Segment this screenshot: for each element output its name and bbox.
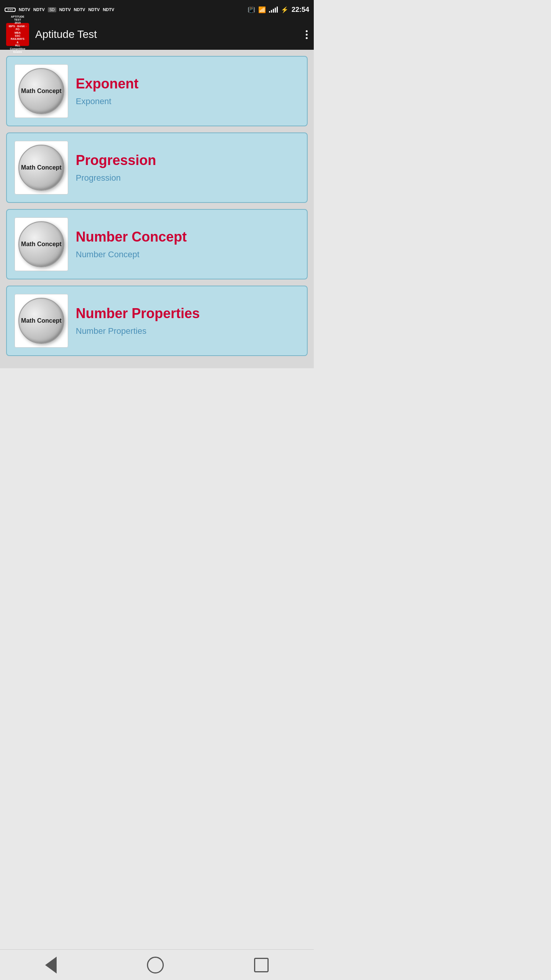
math-concept-label-3: Math Concept [21, 240, 62, 248]
menu-icon [5, 8, 16, 12]
status-bar-right: 📳 📶 ⚡ 22:54 [248, 6, 309, 14]
signal-icon [269, 7, 278, 13]
math-concept-label-4: Math Concept [21, 317, 62, 325]
app-logo-text: APTITUDE TEST2015IBPS · BANK · POMBASSCR… [8, 15, 28, 54]
number-properties-card[interactable]: Math Concept Number Properties Number Pr… [6, 286, 308, 356]
math-concept-circle-4: Math Concept [18, 298, 64, 344]
math-concept-circle-2: Math Concept [18, 145, 64, 191]
exponent-card-content: Exponent Exponent [76, 76, 299, 106]
exponent-card-icon: Math Concept [15, 64, 68, 118]
app-title: Aptitude Test [35, 28, 97, 41]
number-concept-card-content: Number Concept Number Concept [76, 229, 299, 260]
number-concept-card-subtitle: Number Concept [76, 250, 299, 260]
progression-card-content: Progression Progression [76, 152, 299, 183]
status-bar: NDTV NDTV SD NDTV NDTV NDTV NDTV 📳 📶 ⚡ 2… [0, 0, 314, 19]
ndtv-label-1: NDTV [19, 7, 30, 12]
app-logo: APTITUDE TEST2015IBPS · BANK · POMBASSCR… [6, 23, 29, 46]
ndtv-label-5: NDTV [88, 7, 100, 12]
vibrate-icon: 📳 [248, 6, 255, 13]
number-properties-card-content: Number Properties Number Properties [76, 305, 299, 336]
number-properties-card-subtitle: Number Properties [76, 326, 299, 336]
ndtv-label-3: NDTV [59, 7, 71, 12]
progression-card-subtitle: Progression [76, 173, 299, 183]
exponent-card-subtitle: Exponent [76, 96, 299, 106]
exponent-card[interactable]: Math Concept Exponent Exponent [6, 56, 308, 126]
main-content: Math Concept Exponent Exponent Math Conc… [0, 50, 314, 368]
number-concept-card-icon: Math Concept [15, 217, 68, 271]
number-concept-card[interactable]: Math Concept Number Concept Number Conce… [6, 209, 308, 279]
math-concept-label-2: Math Concept [21, 164, 62, 172]
ndtv-label-4: NDTV [74, 7, 85, 12]
number-concept-card-title: Number Concept [76, 229, 299, 245]
progression-card-icon: Math Concept [15, 141, 68, 194]
battery-icon: ⚡ [281, 6, 289, 13]
sd-badge: SD [48, 7, 56, 12]
wifi-icon: 📶 [258, 6, 266, 13]
app-bar-left: APTITUDE TEST2015IBPS · BANK · POMBASSCR… [6, 23, 97, 46]
more-options-icon[interactable] [306, 30, 308, 39]
exponent-card-title: Exponent [76, 76, 299, 92]
number-properties-card-title: Number Properties [76, 305, 299, 322]
app-bar: APTITUDE TEST2015IBPS · BANK · POMBASSCR… [0, 19, 314, 50]
ndtv-label-6: NDTV [103, 7, 114, 12]
math-concept-label-1: Math Concept [21, 87, 62, 95]
number-properties-card-icon: Math Concept [15, 294, 68, 348]
ndtv-label-2: NDTV [33, 7, 45, 12]
math-concept-circle-3: Math Concept [18, 221, 64, 267]
progression-card[interactable]: Math Concept Progression Progression [6, 132, 308, 203]
status-bar-left: NDTV NDTV SD NDTV NDTV NDTV NDTV [5, 7, 114, 12]
math-concept-circle-1: Math Concept [18, 68, 64, 114]
progression-card-title: Progression [76, 152, 299, 168]
time-display: 22:54 [292, 6, 309, 14]
